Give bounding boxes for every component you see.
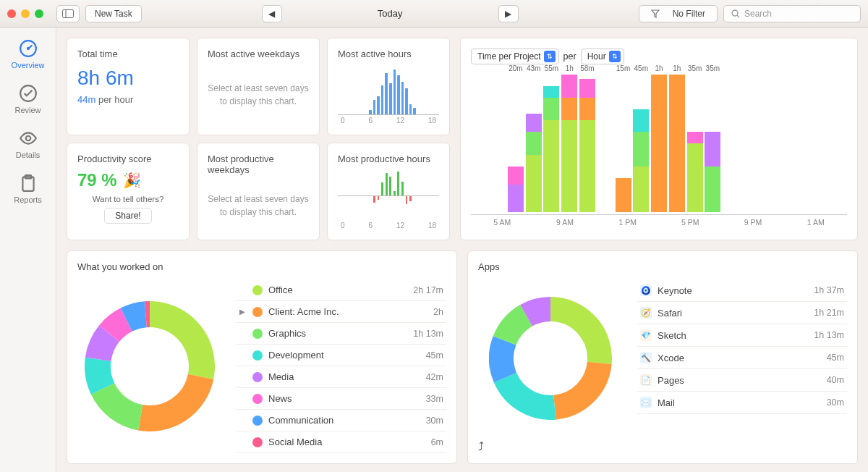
active-weekdays-card: Most active weekdays Select at least sev… bbox=[197, 38, 320, 135]
toggle-sidebar-button[interactable] bbox=[56, 5, 80, 22]
sidebar-icon bbox=[62, 9, 74, 18]
titlebar: New Task ◀ Today ▶ No Filter Search bbox=[0, 0, 868, 28]
panel-title: What you worked on bbox=[77, 261, 446, 272]
share-prompt: Want to tell others? bbox=[77, 195, 179, 203]
productive-weekdays-card: Most productive weekdays Select at least… bbox=[197, 143, 320, 240]
list-item[interactable]: Office2h 17m bbox=[237, 279, 446, 301]
worked-on-panel: What you worked on Office2h 17m▶Client: … bbox=[67, 250, 457, 464]
sidebar-item-details[interactable]: Details bbox=[7, 126, 50, 162]
svg-line-3 bbox=[737, 15, 739, 17]
filter-button[interactable]: No Filter bbox=[639, 5, 718, 22]
total-time-card: Total time 8h 6m 44m per hour bbox=[67, 38, 190, 135]
share-button[interactable]: Share! bbox=[104, 208, 151, 224]
sidebar-item-overview[interactable]: Overview bbox=[7, 36, 50, 72]
search-input[interactable]: Search bbox=[723, 5, 861, 22]
apps-panel: Apps 🧿Keynote1h 37m🧭Safari1h 21m💎Sketch1… bbox=[467, 250, 858, 464]
funnel-icon bbox=[651, 9, 660, 18]
card-title: Most active hours bbox=[338, 49, 439, 59]
svg-point-5 bbox=[26, 47, 29, 50]
time-per-project-card: Time per Project⇅ per Hour⇅ 20m43m55m1h5… bbox=[460, 38, 858, 240]
list-item[interactable]: ✉️Mail30m bbox=[637, 392, 847, 414]
svg-point-7 bbox=[25, 136, 30, 141]
date-title[interactable]: Today bbox=[282, 8, 498, 19]
sidebar: Overview Review Details Reports bbox=[0, 28, 56, 472]
clipboard-icon bbox=[19, 174, 38, 193]
apps-donut bbox=[489, 297, 612, 420]
productivity-score-card: Productivity score 79 %🎉 Want to tell ot… bbox=[67, 143, 190, 240]
per-label: per bbox=[563, 51, 576, 62]
list-item[interactable]: Media42m bbox=[237, 366, 446, 388]
date-prev-button[interactable]: ◀ bbox=[262, 5, 282, 22]
list-item[interactable]: 📄Pages40m bbox=[637, 369, 847, 392]
list-item[interactable]: ▶Client: Acme Inc.2h bbox=[237, 301, 446, 323]
card-title: Most productive weekdays bbox=[208, 153, 309, 175]
sidebar-item-reports[interactable]: Reports bbox=[7, 171, 50, 207]
sidebar-label: Details bbox=[16, 151, 41, 159]
maximize-icon[interactable] bbox=[35, 9, 43, 18]
confetti-icon: 🎉 bbox=[123, 172, 141, 189]
list-item[interactable]: 🧭Safari1h 21m bbox=[637, 302, 847, 324]
productive-hours-card: Most productive hours 061218 bbox=[327, 143, 450, 240]
placeholder-text: Select at least seven days to display th… bbox=[208, 82, 309, 108]
svg-point-2 bbox=[732, 10, 738, 16]
list-item[interactable]: Social Media6m bbox=[237, 431, 446, 453]
close-icon[interactable] bbox=[7, 9, 16, 18]
active-hours-card: Most active hours 061218 bbox=[327, 38, 450, 135]
worked-on-donut bbox=[85, 301, 215, 431]
sidebar-label: Reports bbox=[14, 195, 42, 204]
search-placeholder: Search bbox=[744, 9, 772, 19]
chevron-updown-icon: ⇅ bbox=[544, 51, 556, 62]
list-item[interactable]: Communication30m bbox=[237, 410, 446, 431]
active-hours-chart: 061218 bbox=[338, 65, 439, 125]
placeholder-text: Select at least seven days to display th… bbox=[208, 193, 309, 219]
stacked-bar-chart: 20m43m55m1h58m15m45m1h1h35m35m 5 AM9 AM1… bbox=[471, 67, 847, 229]
card-title: Productivity score bbox=[77, 153, 179, 164]
share-icon[interactable]: ⤴ bbox=[478, 440, 484, 453]
sidebar-label: Overview bbox=[12, 61, 45, 69]
svg-rect-0 bbox=[63, 9, 74, 17]
list-item[interactable]: Development45m bbox=[237, 345, 446, 366]
total-time-value: 8h 6m bbox=[77, 67, 179, 90]
gauge-icon bbox=[19, 39, 38, 58]
list-item[interactable]: News33m bbox=[237, 388, 446, 410]
minimize-icon[interactable] bbox=[21, 9, 30, 18]
eye-icon bbox=[19, 129, 38, 148]
chevron-updown-icon: ⇅ bbox=[609, 51, 621, 62]
granularity-select[interactable]: Hour⇅ bbox=[581, 49, 624, 64]
per-hour-value: 44m per hour bbox=[77, 94, 179, 105]
metric-select[interactable]: Time per Project⇅ bbox=[471, 49, 559, 64]
productivity-value: 79 % bbox=[77, 170, 117, 190]
search-icon bbox=[731, 9, 740, 18]
window-controls bbox=[7, 9, 43, 18]
sidebar-label: Review bbox=[14, 106, 41, 114]
list-item[interactable]: 💎Sketch1h 13m bbox=[637, 324, 847, 347]
card-title: Total time bbox=[77, 49, 179, 59]
card-title: Most productive hours bbox=[338, 153, 439, 164]
card-title: Most active weekdays bbox=[208, 49, 309, 59]
list-item[interactable]: 🔨Xcode45m bbox=[637, 347, 847, 369]
filter-label: No Filter bbox=[673, 9, 705, 19]
new-task-button[interactable]: New Task bbox=[85, 5, 142, 22]
productive-hours-chart: 061218 bbox=[338, 170, 439, 229]
check-circle-icon bbox=[19, 84, 38, 103]
panel-title: Apps bbox=[478, 261, 847, 272]
list-item[interactable]: 🧿Keynote1h 37m bbox=[637, 279, 847, 302]
sidebar-item-review[interactable]: Review bbox=[7, 81, 50, 117]
date-next-button[interactable]: ▶ bbox=[498, 5, 519, 22]
list-item[interactable]: Graphics1h 13m bbox=[237, 323, 446, 345]
